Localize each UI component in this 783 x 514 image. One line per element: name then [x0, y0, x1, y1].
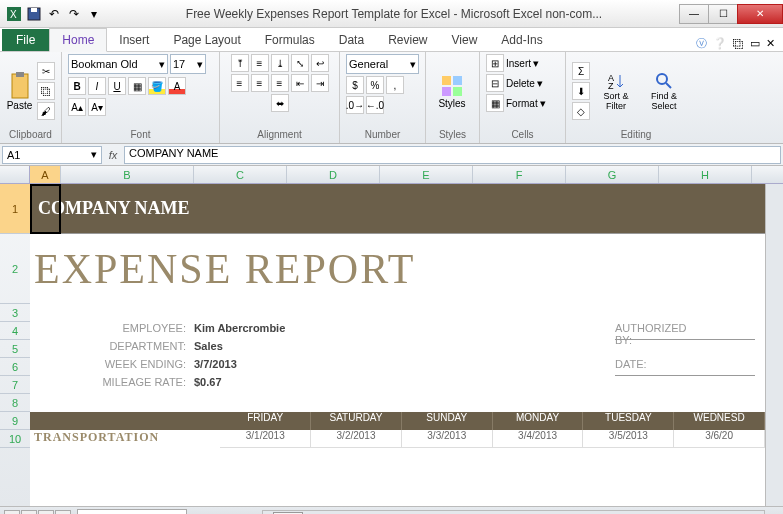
tab-nav-prev[interactable]: ◀	[21, 510, 37, 515]
week-ending-row[interactable]: WEEK ENDING: 3/7/2013 DATE:	[30, 358, 765, 376]
tab-home[interactable]: Home	[49, 28, 107, 52]
font-color-button[interactable]: A	[168, 77, 186, 95]
tab-view[interactable]: View	[440, 29, 490, 51]
sheet-tab-expense-report[interactable]: Expense Report	[77, 509, 187, 514]
font-size-combo[interactable]: 17▾	[170, 54, 206, 74]
date-row[interactable]: TRANSPORTATION 3/1/2013 3/2/2013 3/3/201…	[30, 430, 765, 448]
format-cells-icon[interactable]: ▦	[486, 94, 504, 112]
align-right-icon[interactable]: ≡	[271, 74, 289, 92]
fx-button[interactable]: fx	[104, 146, 122, 164]
mileage-row[interactable]: MILEAGE RATE: $0.67	[30, 376, 765, 394]
percent-icon[interactable]: %	[366, 76, 384, 94]
fill-icon[interactable]: ⬇	[572, 82, 590, 100]
delete-label[interactable]: Delete	[506, 78, 535, 89]
select-all-corner[interactable]	[0, 166, 30, 183]
align-center-icon[interactable]: ≡	[251, 74, 269, 92]
department-row[interactable]: DEPARTMENT: Sales	[30, 340, 765, 358]
row-header-5[interactable]: 5	[0, 340, 30, 358]
cut-icon[interactable]: ✂	[37, 62, 55, 80]
row-header-8[interactable]: 8	[0, 394, 30, 412]
save-icon[interactable]	[26, 6, 42, 22]
col-header-e[interactable]: E	[380, 166, 473, 183]
currency-icon[interactable]: $	[346, 76, 364, 94]
name-box[interactable]: A1▾	[2, 146, 102, 164]
report-title-cell[interactable]: EXPENSE REPORT	[30, 234, 765, 304]
file-tab[interactable]: File	[2, 29, 49, 51]
font-name-combo[interactable]: Bookman Old▾	[68, 54, 168, 74]
row-header-1[interactable]: 1	[0, 184, 30, 234]
tab-addins[interactable]: Add-Ins	[489, 29, 554, 51]
chevron-down-icon[interactable]: ▾	[533, 57, 539, 70]
insert-cells-icon[interactable]: ⊞	[486, 54, 504, 72]
tab-nav-next[interactable]: ▶	[38, 510, 54, 515]
align-top-icon[interactable]: ⤒	[231, 54, 249, 72]
sort-filter-button[interactable]: AZ Sort & Filter	[594, 59, 638, 123]
minimize-button[interactable]: —	[679, 4, 709, 24]
window-close-icon[interactable]: ✕	[766, 37, 775, 50]
formula-input[interactable]: COMPANY NAME	[124, 146, 781, 164]
styles-button[interactable]: Styles	[432, 59, 472, 123]
insert-label[interactable]: Insert	[506, 58, 531, 69]
col-header-g[interactable]: G	[566, 166, 659, 183]
tab-review[interactable]: Review	[376, 29, 439, 51]
qat-dropdown-icon[interactable]: ▾	[86, 6, 102, 22]
align-left-icon[interactable]: ≡	[231, 74, 249, 92]
row-header-7[interactable]: 7	[0, 376, 30, 394]
row-8[interactable]	[30, 394, 765, 412]
horizontal-scrollbar[interactable]: ◀ ▶	[262, 510, 765, 515]
chevron-down-icon[interactable]: ▾	[540, 97, 546, 110]
align-bottom-icon[interactable]: ⤓	[271, 54, 289, 72]
help-icon[interactable]: ❔	[713, 37, 727, 50]
col-header-a[interactable]: A	[30, 166, 61, 183]
undo-icon[interactable]: ↶	[46, 6, 62, 22]
autosum-icon[interactable]: Σ	[572, 62, 590, 80]
border-button[interactable]: ▦	[128, 77, 146, 95]
underline-button[interactable]: U	[108, 77, 126, 95]
company-name-cell[interactable]: COMPANY NAME	[30, 184, 765, 234]
align-middle-icon[interactable]: ≡	[251, 54, 269, 72]
tab-insert[interactable]: Insert	[107, 29, 161, 51]
day-header-row[interactable]: FRIDAY SATURDAY SUNDAY MONDAY TUESDAY WE…	[30, 412, 765, 430]
row-header-2[interactable]: 2	[0, 234, 30, 304]
tab-data[interactable]: Data	[327, 29, 376, 51]
merge-button[interactable]: ⬌	[271, 94, 289, 112]
close-button[interactable]: ✕	[737, 4, 783, 24]
row-header-6[interactable]: 6	[0, 358, 30, 376]
window-min-icon[interactable]: ▭	[750, 37, 760, 50]
row-header-9[interactable]: 9	[0, 412, 30, 430]
maximize-button[interactable]: ☐	[708, 4, 738, 24]
decrease-indent-icon[interactable]: ⇤	[291, 74, 309, 92]
tab-nav-last[interactable]: ⏭	[55, 510, 71, 515]
comma-icon[interactable]: ,	[386, 76, 404, 94]
fill-color-button[interactable]: 🪣	[148, 77, 166, 95]
copy-icon[interactable]: ⿻	[37, 82, 55, 100]
row-header-4[interactable]: 4	[0, 322, 30, 340]
minimize-ribbon-icon[interactable]: ⓥ	[696, 36, 707, 51]
col-header-h[interactable]: H	[659, 166, 752, 183]
increase-indent-icon[interactable]: ⇥	[311, 74, 329, 92]
italic-button[interactable]: I	[88, 77, 106, 95]
bold-button[interactable]: B	[68, 77, 86, 95]
increase-decimal-icon[interactable]: .0→	[346, 96, 364, 114]
vertical-scrollbar[interactable]	[765, 184, 783, 506]
chevron-down-icon[interactable]: ▾	[537, 77, 543, 90]
tab-page-layout[interactable]: Page Layout	[161, 29, 252, 51]
redo-icon[interactable]: ↷	[66, 6, 82, 22]
tab-formulas[interactable]: Formulas	[253, 29, 327, 51]
paste-button[interactable]: Paste	[6, 59, 33, 123]
col-header-f[interactable]: F	[473, 166, 566, 183]
grow-font-icon[interactable]: A▴	[68, 98, 86, 116]
clear-icon[interactable]: ◇	[572, 102, 590, 120]
find-select-button[interactable]: Find & Select	[642, 59, 686, 123]
format-label[interactable]: Format	[506, 98, 538, 109]
orientation-icon[interactable]: ⤡	[291, 54, 309, 72]
employee-row[interactable]: EMPLOYEE: Kim Abercrombie AUTHORIZED BY:	[30, 322, 765, 340]
delete-cells-icon[interactable]: ⊟	[486, 74, 504, 92]
number-format-combo[interactable]: General▾	[346, 54, 419, 74]
decrease-decimal-icon[interactable]: ←.0	[366, 96, 384, 114]
format-painter-icon[interactable]: 🖌	[37, 102, 55, 120]
window-restore-icon[interactable]: ⿻	[733, 38, 744, 50]
row-header-10[interactable]: 10	[0, 430, 30, 448]
col-header-b[interactable]: B	[61, 166, 194, 183]
col-header-c[interactable]: C	[194, 166, 287, 183]
